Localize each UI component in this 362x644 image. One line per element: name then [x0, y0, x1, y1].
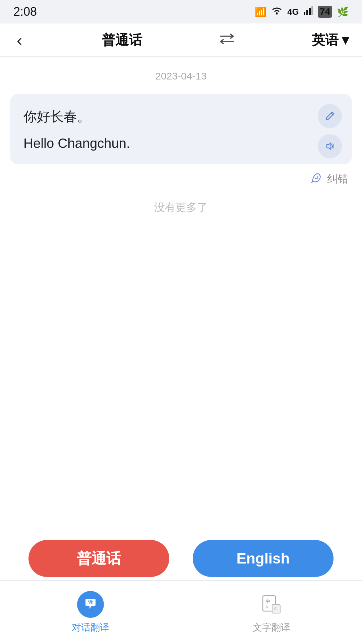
- error-icon: [310, 171, 323, 187]
- status-icons: 📶 4G 74 🌿: [255, 6, 349, 18]
- chinese-speak-button[interactable]: 普通话: [28, 540, 169, 577]
- edit-button[interactable]: [318, 104, 342, 128]
- date-stamp: 2023-04-13: [10, 70, 352, 82]
- conversation-tab-label: 对话翻译: [72, 621, 109, 634]
- svg-point-0: [276, 13, 278, 14]
- svg-text:中: 中: [265, 599, 270, 604]
- nav-bar: ‹ 普通话 英语 ▾: [0, 23, 362, 57]
- svg-text:译: 译: [88, 599, 93, 605]
- battery-indicator: 74: [318, 6, 332, 18]
- translation-card: 你好长春。 Hello Changchun.: [10, 94, 352, 164]
- svg-rect-3: [309, 8, 311, 15]
- tab-bar: 译 对话翻译 中 A A 文字翻译: [0, 580, 362, 644]
- dropdown-arrow-icon: ▾: [342, 32, 349, 48]
- svg-text:A: A: [274, 607, 277, 610]
- tab-conversation[interactable]: 译 对话翻译: [0, 591, 181, 634]
- error-label: 纠错: [327, 172, 349, 186]
- target-language-selector[interactable]: 英语 ▾: [312, 31, 349, 49]
- status-time: 2:08: [13, 5, 37, 19]
- card-actions: [318, 104, 342, 158]
- back-button[interactable]: ‹: [13, 28, 25, 53]
- translated-text: Hello Changchun.: [23, 136, 339, 151]
- error-correction-row[interactable]: 纠错: [10, 171, 352, 187]
- speaker-button[interactable]: [318, 134, 342, 158]
- no-more-label: 没有更多了: [10, 200, 352, 215]
- target-language-label: 英语: [312, 31, 339, 49]
- wifi-icon: [271, 6, 283, 18]
- svg-rect-4: [311, 6, 313, 15]
- english-speak-button[interactable]: English: [193, 540, 334, 577]
- original-text: 你好长春。: [23, 107, 339, 126]
- power-icon: 🌿: [337, 6, 349, 17]
- text-translate-tab-label: 文字翻译: [253, 621, 290, 634]
- bottom-buttons: 普通话 English: [0, 540, 362, 577]
- swap-languages-button[interactable]: [219, 32, 235, 48]
- conversation-icon-wrap: 译: [77, 591, 104, 618]
- svg-rect-2: [306, 10, 308, 15]
- signal-icon: 4G: [287, 7, 299, 17]
- nfc-icon: 📶: [255, 6, 266, 17]
- text-translate-icon-wrap: 中 A A: [258, 591, 285, 618]
- main-content: 2023-04-13 你好长春。 Hello Changchun.: [0, 57, 362, 533]
- text-translate-icon: 中 A A: [258, 591, 285, 618]
- bars-icon: [304, 6, 313, 17]
- conversation-icon: 译: [77, 591, 104, 618]
- svg-rect-1: [304, 12, 305, 15]
- status-bar: 2:08 📶 4G 74 🌿: [0, 0, 362, 23]
- battery-level: 74: [320, 6, 330, 17]
- tab-text-translate[interactable]: 中 A A 文字翻译: [181, 591, 362, 634]
- svg-text:A: A: [265, 605, 268, 609]
- source-language-label: 普通话: [102, 31, 142, 49]
